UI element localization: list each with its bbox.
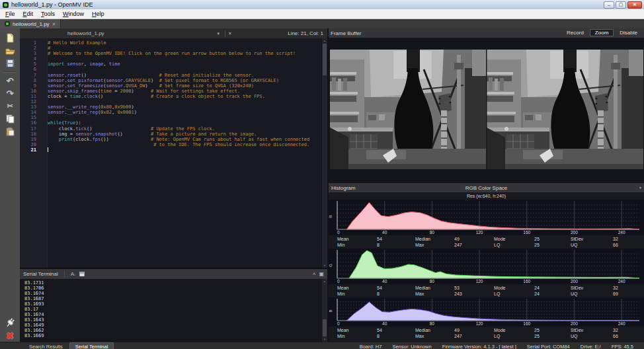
- svg-text:80: 80: [430, 279, 435, 284]
- frame-buffer-image: [330, 50, 643, 169]
- histogram-r-block: 04080120160200240RMean54Median49Mode25St…: [329, 200, 644, 249]
- stat-label: Mode: [494, 286, 534, 290]
- editor-scrollbar-thumb[interactable]: [323, 44, 327, 75]
- histogram-r-chart: 04080120160200240R: [329, 200, 644, 235]
- record-button[interactable]: Record: [562, 30, 588, 36]
- redo-icon[interactable]: ↷: [2, 87, 18, 100]
- file-tab-helloworld[interactable]: helloworld_1.py ✕: [0, 19, 61, 28]
- menu-tools[interactable]: Tools: [37, 10, 59, 18]
- editor-close-icon[interactable]: ✕: [228, 31, 232, 36]
- code-line[interactable]: 1# Hello World Example: [20, 40, 321, 46]
- text-cursor: [48, 147, 48, 152]
- terminal-scrollbar-thumb[interactable]: [323, 319, 327, 336]
- line-number: 16: [20, 120, 40, 126]
- code-line[interactable]: 9sensor.set_framesize(sensor.QVGA_DW) # …: [20, 83, 321, 89]
- code-text: img = sensor.snapshot() # Take a picture…: [48, 132, 257, 137]
- status-field: Board: H7: [360, 344, 382, 349]
- new-file-icon[interactable]: [2, 32, 18, 44]
- undo-icon[interactable]: ↶: [2, 75, 18, 87]
- terminal-scrollbar[interactable]: ▲ ▼: [321, 279, 327, 342]
- stat-value: 66: [613, 334, 644, 338]
- document-selector[interactable]: helloworld_1.py ▾: [65, 28, 222, 38]
- file-tab-close-icon[interactable]: ✕: [52, 22, 56, 26]
- scroll-up-icon[interactable]: ▲: [322, 280, 327, 283]
- svg-text:160: 160: [523, 230, 530, 235]
- maximize-button[interactable]: ▢: [616, 1, 626, 9]
- file-tab-bar: helloworld_1.py ✕: [0, 19, 644, 28]
- code-line[interactable]: 13sensor.__write_reg(0x80,0x9b00): [20, 104, 321, 110]
- minimize-button[interactable]: –: [604, 1, 614, 9]
- code-line[interactable]: 20 # to the IDE. The FPS should increase…: [20, 142, 321, 147]
- code-line[interactable]: 21: [20, 147, 321, 153]
- svg-text:40: 40: [382, 230, 387, 235]
- histogram-header: Histogram RGB Color Space ▾: [329, 183, 644, 192]
- open-file-icon[interactable]: [2, 44, 18, 57]
- code-line[interactable]: 12: [20, 99, 321, 104]
- code-line[interactable]: 16while(True):: [20, 120, 321, 126]
- openmv-file-icon: [5, 21, 10, 26]
- scroll-down-icon[interactable]: ▼: [322, 264, 327, 267]
- fold-margin: [40, 46, 48, 51]
- menu-help[interactable]: Help: [88, 10, 108, 18]
- window-title: helloworld_1.py - OpenMV IDE: [11, 1, 602, 8]
- save-file-icon[interactable]: [2, 57, 18, 69]
- color-space-select[interactable]: RGB Color Space: [329, 185, 644, 191]
- editor-scrollbar[interactable]: ▲ ▼: [321, 38, 327, 268]
- menu-file[interactable]: File: [1, 10, 19, 18]
- zoom-button[interactable]: Zoom: [590, 29, 614, 36]
- stat-label: UQ: [571, 334, 613, 338]
- stat-label: StDev: [571, 237, 613, 241]
- paste-icon[interactable]: [2, 125, 18, 137]
- code-line[interactable]: 8sensor.set_pixformat(sensor.GRAYSCALE) …: [20, 78, 321, 83]
- save-log-icon[interactable]: [79, 272, 85, 276]
- code-line[interactable]: 18 img = sensor.snapshot() # Take a pict…: [20, 132, 321, 137]
- collapse-pane-icon[interactable]: ˄: [313, 271, 316, 277]
- menu-edit[interactable]: Edit: [19, 10, 38, 18]
- svg-text:R: R: [329, 215, 333, 218]
- scroll-down-icon[interactable]: ▼: [322, 338, 327, 341]
- code-text: sensor.__write_reg(0x80,0x9b00): [48, 104, 134, 110]
- code-line[interactable]: 11clock = time.clock() # Create a clock …: [20, 94, 321, 99]
- connect-icon[interactable]: [2, 317, 18, 329]
- code-line[interactable]: 14sensor.__write_reg(0x82, 0x0001): [20, 110, 321, 115]
- code-line[interactable]: 2#: [20, 46, 321, 51]
- title-bar[interactable]: helloworld_1.py - OpenMV IDE – ▢ ✕: [0, 0, 644, 9]
- clear-terminal-icon[interactable]: A↓: [71, 271, 76, 277]
- serial-terminal-body[interactable]: 83.1731 83.1706 83.1674 83.1687 83.1693 …: [20, 279, 327, 342]
- code-line[interactable]: 15: [20, 115, 321, 120]
- frame-buffer-view[interactable]: [329, 38, 644, 183]
- code-line[interactable]: 7sensor.reset() # Reset and initialize t…: [20, 73, 321, 78]
- cut-icon[interactable]: ✂: [2, 100, 18, 112]
- bottom-tab-serial-terminal[interactable]: Serial Terminal: [69, 342, 114, 349]
- stop-icon[interactable]: ✖: [2, 329, 18, 342]
- stat-label: LQ: [494, 334, 534, 338]
- histogram-b-stats: Mean54Median49Mode25StDev32Min8Max247LQ2…: [329, 327, 644, 340]
- line-number: 17: [20, 126, 40, 132]
- code-line[interactable]: 3# Welcome to the OpenMV IDE! Click on t…: [20, 51, 321, 56]
- code-editor[interactable]: 1# Hello World Example2#3# Welcome to th…: [20, 38, 327, 268]
- status-field: Firmware Version: 4.1.3 - [ latest ]: [442, 344, 516, 349]
- code-line[interactable]: 10sensor.skip_frames(time = 2000) # Wait…: [20, 89, 321, 94]
- svg-text:80: 80: [430, 321, 435, 326]
- scroll-up-icon[interactable]: ▲: [322, 39, 327, 42]
- code-line[interactable]: 19 print(clock.fps()) # Note: OpenMV Cam…: [20, 137, 321, 142]
- code-area[interactable]: 1# Hello World Example2#3# Welcome to th…: [20, 38, 321, 268]
- copy-icon[interactable]: [2, 112, 18, 125]
- toolbar-separator: [3, 71, 17, 73]
- code-line[interactable]: 5import sensor, image, time: [20, 61, 321, 67]
- code-line[interactable]: 6: [20, 67, 321, 72]
- bottom-tab-search-results[interactable]: Search Results: [24, 343, 68, 349]
- code-line[interactable]: 4: [20, 56, 321, 61]
- line-number: 13: [20, 104, 40, 110]
- code-text: # to the IDE. The FPS should increase on…: [48, 142, 309, 147]
- close-button[interactable]: ✕: [627, 1, 642, 9]
- code-line[interactable]: 17 clock.tick() # Update the FPS clock.: [20, 126, 321, 132]
- code-text: while(True):: [48, 120, 81, 126]
- disable-button[interactable]: Disable: [615, 30, 642, 36]
- openmv-ide-window: helloworld_1.py - OpenMV IDE – ▢ ✕ FileE…: [0, 0, 644, 349]
- expand-pane-icon[interactable]: ▣: [319, 271, 324, 277]
- menu-window[interactable]: Window: [59, 10, 88, 18]
- code-text: sensor.set_framesize(sensor.QVGA_DW) # S…: [48, 83, 254, 89]
- stat-label: Mode: [494, 328, 534, 332]
- line-number: 19: [20, 137, 40, 142]
